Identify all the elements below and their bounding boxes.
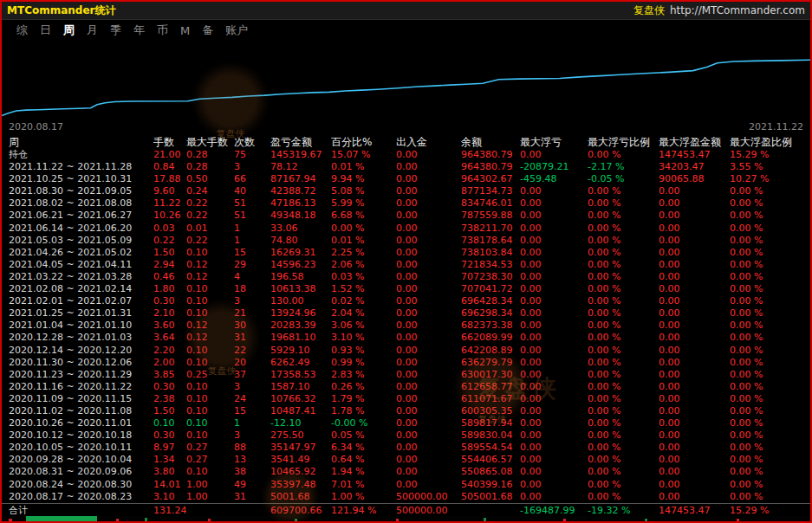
value-cell: 0.27	[186, 454, 234, 466]
value-cell: 0.30	[153, 429, 186, 442]
menu-item-ri[interactable]: 日	[34, 23, 57, 38]
value-cell: 0.00	[659, 442, 730, 454]
value-cell: 3541.49	[270, 454, 331, 466]
value-cell: 0.00 %	[331, 223, 396, 235]
value-cell: 0.00 %	[730, 442, 810, 454]
column-header-6[interactable]: 出入金	[396, 135, 461, 149]
column-header-3[interactable]: 次数	[234, 135, 270, 149]
value-cell: 0.12	[186, 259, 234, 271]
value-cell: 5001.68	[270, 491, 331, 503]
menu-item-zhou[interactable]: 周	[57, 23, 81, 38]
value-cell: 0.00	[520, 271, 588, 283]
menu-item-yue[interactable]: 月	[81, 23, 104, 38]
value-cell: 3.60	[153, 320, 186, 332]
table-row[interactable]: 2021.10.25 ~ 2021.10.3117.880.506687167.…	[2, 173, 810, 185]
value-cell: 29	[234, 259, 270, 271]
menu-item-ji[interactable]: 季	[104, 23, 127, 38]
period-cell: 2020.10.12 ~ 2020.10.18	[9, 429, 153, 442]
table-row[interactable]: 2020.08.17 ~ 2020.08.233.101.00315001.68…	[2, 491, 810, 503]
table-row[interactable]: 2021.05.03 ~ 2021.05.090.220.22174.800.0…	[2, 235, 810, 247]
value-cell: 0.00 %	[588, 332, 659, 344]
value-cell: 589554.54	[461, 442, 520, 454]
period-cell: 2020.10.05 ~ 2020.10.11	[9, 442, 153, 454]
value-cell: 0.10	[186, 247, 234, 259]
value-cell: 0.00	[659, 345, 730, 357]
value-cell: 0.10	[186, 345, 234, 357]
table-row[interactable]: 2020.10.26 ~ 2020.11.010.100.101-12.10-0…	[2, 417, 810, 429]
table-row[interactable]: 2021.03.22 ~ 2021.03.280.460.124196.580.…	[2, 271, 810, 283]
value-cell: 9.60	[153, 185, 186, 197]
menu-item-zong[interactable]: 综	[10, 23, 34, 38]
value-cell: 0.28	[186, 161, 234, 173]
menu-item-nian[interactable]: 年	[127, 23, 151, 38]
column-header-0[interactable]: 周	[9, 135, 153, 149]
table-row[interactable]: 2020.11.16 ~ 2020.11.220.300.1031587.100…	[2, 381, 810, 393]
table-row[interactable]: 持仓21.000.2875145319.6715.07 %0.00964380.…	[2, 149, 810, 161]
value-cell: 7.01 %	[331, 479, 396, 491]
table-row[interactable]: 2020.11.30 ~ 2020.12.062.000.10206262.49…	[2, 357, 810, 369]
value-cell: 0.00 %	[730, 223, 810, 235]
table-row[interactable]: 2020.10.12 ~ 2020.10.180.300.103275.500.…	[2, 429, 810, 442]
menu-item-bei[interactable]: 备	[196, 23, 219, 38]
column-header-2[interactable]: 最大手数	[186, 135, 234, 149]
total-value-cell: 121.94 %	[331, 504, 396, 517]
value-cell: 0.00 %	[588, 369, 659, 381]
column-header-5[interactable]: 百分比%	[331, 135, 396, 149]
column-header-9[interactable]: 最大浮亏比例	[588, 135, 659, 149]
value-cell: 51	[234, 210, 270, 222]
value-cell: 0.22	[186, 197, 234, 210]
total-value-cell: 147453.47	[659, 504, 730, 517]
table-row[interactable]: 2020.12.28 ~ 2021.01.033.640.123119681.1…	[2, 332, 810, 344]
table-row[interactable]: 2021.08.02 ~ 2021.08.0811.220.225147186.…	[2, 197, 810, 210]
table-row[interactable]: 2020.12.14 ~ 2020.12.202.200.10225929.10…	[2, 345, 810, 357]
value-cell: 0.00	[520, 259, 588, 271]
column-header-8[interactable]: 最大浮亏	[520, 135, 588, 149]
value-cell: 0.00	[659, 210, 730, 222]
value-cell: 0.00 %	[730, 381, 810, 393]
value-cell: 0.00 %	[730, 332, 810, 344]
value-cell: 30	[234, 320, 270, 332]
column-header-10[interactable]: 最大浮盈金额	[659, 135, 730, 149]
table-row[interactable]: 2020.11.02 ~ 2020.11.081.500.101510487.4…	[2, 405, 810, 417]
table-row[interactable]: 2020.08.24 ~ 2020.08.3014.011.004935397.…	[2, 479, 810, 491]
menu-item-bi[interactable]: 币	[151, 23, 174, 38]
value-cell: 3.80	[153, 466, 186, 478]
value-cell: 0.00 %	[588, 149, 659, 161]
value-cell: 0.00	[396, 283, 461, 295]
menu-item-M[interactable]: M	[174, 24, 196, 37]
table-row[interactable]: 2021.01.25 ~ 2021.01.312.100.102113924.9…	[2, 307, 810, 320]
value-cell: 0.00 %	[588, 271, 659, 283]
table-row[interactable]: 2021.06.21 ~ 2021.06.2710.260.225149348.…	[2, 210, 810, 222]
value-cell: 13924.96	[270, 307, 331, 320]
value-cell: 0.10	[186, 357, 234, 369]
value-cell: 0.00 %	[588, 454, 659, 466]
table-row[interactable]: 2020.08.31 ~ 2020.09.063.800.103810465.9…	[2, 466, 810, 478]
table-row[interactable]: 2021.02.01 ~ 2021.02.070.300.103130.000.…	[2, 295, 810, 307]
table-row[interactable]: 2021.01.04 ~ 2021.01.103.600.123020283.3…	[2, 320, 810, 332]
menu-item-zhanghu[interactable]: 账户	[219, 23, 254, 38]
table-row[interactable]: 2020.09.28 ~ 2020.10.041.340.27133541.49…	[2, 454, 810, 466]
table-row[interactable]: 2021.02.08 ~ 2021.02.141.800.101810613.3…	[2, 283, 810, 295]
column-header-4[interactable]: 盈亏金额	[270, 135, 331, 149]
value-cell: 0.00 %	[588, 417, 659, 429]
table-row[interactable]: 2021.11.22 ~ 2021.11.280.840.28378.120.0…	[2, 161, 810, 173]
table-row[interactable]: 2020.11.09 ~ 2020.11.152.380.102410766.3…	[2, 393, 810, 405]
column-header-1[interactable]: 手数	[153, 135, 186, 149]
value-cell: 15.29 %	[730, 149, 810, 161]
table-row[interactable]: 2021.04.26 ~ 2021.05.021.500.101516269.3…	[2, 247, 810, 259]
column-header-11[interactable]: 最大浮盈比例	[730, 135, 810, 149]
table-row[interactable]: 2021.08.30 ~ 2021.09.059.600.244042388.7…	[2, 185, 810, 197]
value-cell: 1.52 %	[331, 283, 396, 295]
value-cell: 500000.00	[396, 491, 461, 503]
value-cell: 38	[234, 466, 270, 478]
table-row[interactable]: 2021.06.14 ~ 2021.06.200.030.01133.060.0…	[2, 223, 810, 235]
value-cell: 0.00	[396, 479, 461, 491]
table-row[interactable]: 2021.04.05 ~ 2021.04.112.940.122914596.2…	[2, 259, 810, 271]
value-cell: 0.00 %	[730, 185, 810, 197]
value-cell: -2.17 %	[588, 161, 659, 173]
table-row[interactable]: 2020.11.23 ~ 2020.11.293.850.253717358.5…	[2, 369, 810, 381]
table-row[interactable]: 2020.10.05 ~ 2020.10.118.970.278835147.9…	[2, 442, 810, 454]
column-header-7[interactable]: 余额	[461, 135, 520, 149]
value-cell: 88	[234, 442, 270, 454]
value-cell: 636279.79	[461, 357, 520, 369]
